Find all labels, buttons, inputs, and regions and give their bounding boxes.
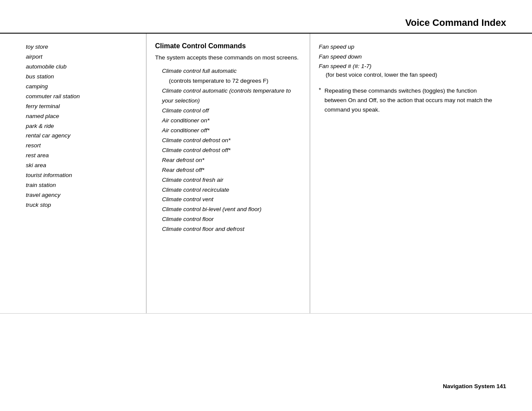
list-item: rental car agency xyxy=(26,131,137,141)
list-item: airport xyxy=(26,52,137,62)
right-column: Fan speed upFan speed downFan speed # (#… xyxy=(310,34,506,313)
footer-text: Navigation System 141 xyxy=(443,383,506,389)
fan-command-item: Fan speed # (#: 1-7) (for best voice con… xyxy=(319,62,498,80)
page-title: Voice Command Index xyxy=(26,17,506,28)
list-item: commuter rail station xyxy=(26,92,137,102)
list-item: travel agency xyxy=(26,190,137,200)
command-item: Air conditioner off* xyxy=(155,126,301,136)
command-sub: (controls temperature to 72 degrees F) xyxy=(155,76,301,86)
command-item: Climate control floor and defrost xyxy=(155,224,301,234)
command-item: Rear defrost on* xyxy=(155,156,301,165)
command-item: Climate control bi-level (vent and floor… xyxy=(155,205,301,215)
command-item: Climate control vent xyxy=(155,195,301,205)
fan-command-item: Fan speed up xyxy=(319,42,498,52)
list-item: camping xyxy=(26,82,137,92)
command-item: Climate control automatic (controls temp… xyxy=(155,86,301,106)
climate-intro: The system accepts these commands on mos… xyxy=(155,53,301,62)
command-item: Climate control floor xyxy=(155,215,301,224)
list-item: tourist information xyxy=(26,171,137,181)
command-item: Climate control full automatic xyxy=(155,66,301,76)
command-item: Climate control fresh air xyxy=(155,175,301,185)
climate-commands-heading: Climate Control Commands xyxy=(155,42,301,50)
list-item: named place xyxy=(26,112,137,121)
list-item: ferry terminal xyxy=(26,102,137,112)
fan-command-item: Fan speed down xyxy=(319,52,498,62)
list-item: truck stop xyxy=(26,200,137,210)
list-item: resort xyxy=(26,141,137,151)
command-item: Rear defrost off* xyxy=(155,165,301,175)
left-column: toy storeairportautomobile clubbus stati… xyxy=(26,34,146,313)
note-section: * Repeating these commands switches (tog… xyxy=(319,86,498,114)
note-star: * xyxy=(319,87,321,114)
list-item: automobile club xyxy=(26,62,137,72)
list-item: toy store xyxy=(26,42,137,52)
command-item: Climate control defrost off* xyxy=(155,146,301,156)
page-footer: Navigation System 141 xyxy=(443,383,506,389)
list-item: ski area xyxy=(26,161,137,171)
note-text: Repeating these commands switches (toggl… xyxy=(324,86,498,114)
list-item: rest area xyxy=(26,151,137,161)
content-area: toy storeairportautomobile clubbus stati… xyxy=(0,34,532,314)
page-header: Voice Command Index xyxy=(0,0,532,34)
list-item: train station xyxy=(26,181,137,190)
command-item: Climate control recirculate xyxy=(155,185,301,195)
command-item: Climate control defrost on* xyxy=(155,136,301,146)
command-item: Air conditioner on* xyxy=(155,116,301,126)
list-item: bus station xyxy=(26,72,137,82)
command-item: Climate control off xyxy=(155,106,301,116)
middle-column: Climate Control Commands The system acce… xyxy=(146,34,310,313)
list-item: park & ride xyxy=(26,121,137,131)
